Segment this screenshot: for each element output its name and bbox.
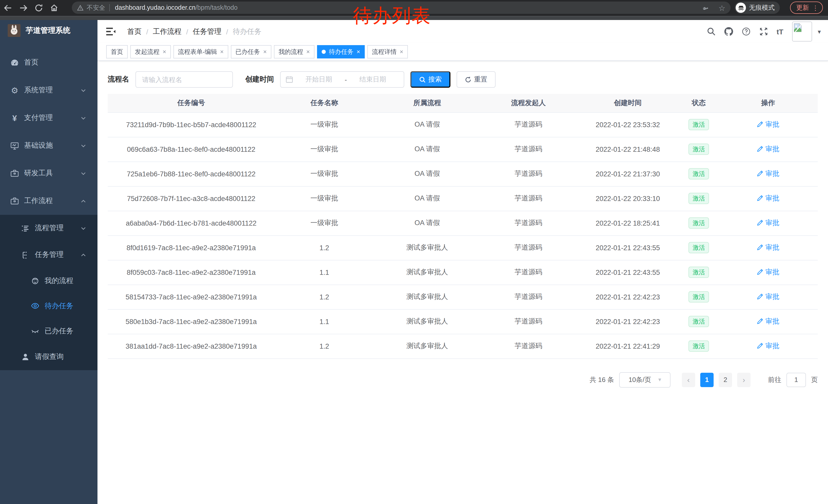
prev-page-button[interactable]: ‹ [682, 372, 695, 387]
breadcrumb-item[interactable]: 首页 [127, 27, 141, 36]
process-name-input[interactable] [135, 71, 233, 88]
close-icon[interactable]: × [263, 48, 267, 55]
created-time: 2022-01-22 23:53:32 [595, 121, 660, 129]
approve-link[interactable]: 审批 [757, 169, 779, 178]
sidebar-item-devtools[interactable]: 研发工具 [0, 159, 97, 187]
tab-done-task[interactable]: 已办任务× [231, 45, 272, 58]
key-icon[interactable] [702, 4, 709, 11]
approve-link[interactable]: 审批 [757, 292, 779, 302]
fullscreen-icon[interactable] [759, 27, 768, 36]
browser-menu-icon[interactable]: ⋮ [812, 4, 819, 11]
next-page-button[interactable]: › [737, 372, 750, 387]
tab-start-process[interactable]: 发起流程× [130, 45, 171, 58]
page-content: 流程名 创建时间 开始日期 - 结束日期 搜索 重 [97, 61, 828, 387]
sidebar-item-workflow[interactable]: 工作流程 [0, 187, 97, 215]
table-row[interactable]: 58154733-7ac8-11ec-a9e2-a2380e71991a 1.2… [108, 284, 818, 309]
search-button[interactable]: 搜索 [410, 71, 450, 88]
table-row[interactable]: 069c6a63-7b8a-11ec-8ef0-acde48001122 一级审… [108, 137, 818, 162]
edit-icon [757, 269, 763, 276]
approve-link[interactable]: 审批 [757, 268, 779, 277]
browser-back-button[interactable] [0, 1, 15, 15]
page-size-select[interactable]: 10条/页 ▾ [619, 372, 670, 387]
sidebar-item-system[interactable]: ⚙ 系统管理 [0, 77, 97, 104]
table-row[interactable]: 381aa1dd-7ac8-11ec-a9e2-a2380e71991a 1.2… [108, 334, 818, 358]
table-row[interactable]: 75d72608-7b7f-11ec-a3c8-acde48001122 一级审… [108, 186, 818, 211]
sidebar-item-my-process[interactable]: 我的流程 [0, 268, 97, 293]
start-date-placeholder: 开始日期 [293, 75, 345, 84]
tab-process-detail[interactable]: 流程详情× [367, 45, 408, 58]
approve-link[interactable]: 审批 [757, 341, 779, 351]
close-icon[interactable]: × [357, 48, 360, 55]
sidebar-item-done-task[interactable]: 已办任务 [0, 318, 97, 343]
approve-link[interactable]: 审批 [757, 145, 779, 154]
task-id: 580e1b3d-7ac8-11ec-a9e2-a2380e71991a [126, 318, 257, 325]
approve-link[interactable]: 审批 [757, 317, 779, 326]
edit-icon [757, 244, 763, 251]
table-row[interactable]: 73211d9d-7b9b-11ec-b5b7-acde48001122 一级审… [108, 112, 818, 137]
table-row[interactable]: 8f059c03-7ac8-11ec-a9e2-a2380e71991a 1.1… [108, 260, 818, 284]
font-size-icon[interactable]: tT [777, 28, 783, 36]
close-icon[interactable]: × [163, 48, 166, 55]
sidebar-item-payment[interactable]: ¥ 支付管理 [0, 104, 97, 132]
github-icon[interactable] [724, 27, 733, 36]
task-id: 73211d9d-7b9b-11ec-b5b7-acde48001122 [126, 121, 256, 129]
eye-icon [31, 302, 40, 310]
tree-icon [21, 250, 30, 259]
col-task-id: 任务编号 [108, 94, 275, 112]
sidebar-toggle-icon[interactable] [106, 27, 116, 36]
browser-reload-button[interactable] [31, 1, 46, 15]
process-name: 测试多审批人 [407, 342, 448, 350]
sidebar: 芋道管理系统 首页 ⚙ 系统管理 ¥ 支付管理 基础设施 [0, 20, 97, 504]
table-row[interactable]: a6aba0a4-7b6d-11ec-b781-acde48001122 一级审… [108, 211, 818, 235]
tab-todo-task[interactable]: 待办任务× [317, 45, 365, 58]
page-button-2[interactable]: 2 [719, 372, 732, 387]
avatar[interactable] [792, 21, 812, 42]
table-row[interactable]: 725a1eb6-7b88-11ec-8ef0-acde48001122 一级审… [108, 162, 818, 186]
table-row[interactable]: 8f0d1619-7ac8-11ec-a9e2-a2380e71991a 1.2… [108, 235, 818, 260]
sidebar-item-infra[interactable]: 基础设施 [0, 132, 97, 159]
edit-icon [757, 195, 763, 202]
admin-app: 芋道管理系统 首页 ⚙ 系统管理 ¥ 支付管理 基础设施 [0, 20, 828, 504]
sidebar-item-process-mgmt[interactable]: 流程管理 [0, 215, 97, 241]
reset-button[interactable]: 重置 [457, 71, 496, 88]
tab-home[interactable]: 首页 [106, 45, 128, 58]
page-button-1[interactable]: 1 [700, 372, 714, 387]
tags-view-bar: 首页 发起流程× 流程表单-编辑× 已办任务× 我的流程× 待办任务× 流程详情… [97, 43, 828, 61]
help-icon[interactable] [742, 27, 750, 36]
approve-link[interactable]: 审批 [757, 194, 779, 203]
sidebar-item-task-mgmt[interactable]: 任务管理 [0, 241, 97, 268]
breadcrumb-item[interactable]: 工作流程 [153, 27, 181, 36]
goto-page-input[interactable] [786, 372, 806, 387]
main-area: 首页 / 工作流程 / 任务管理 / 待办任务 tT [97, 20, 828, 504]
approve-link[interactable]: 审批 [757, 243, 779, 252]
browser-home-button[interactable] [46, 1, 61, 15]
approve-link[interactable]: 审批 [757, 120, 779, 129]
breadcrumb-item[interactable]: 任务管理 [193, 27, 222, 36]
sidebar-item-home[interactable]: 首页 [0, 49, 97, 77]
close-icon[interactable]: × [220, 48, 224, 55]
chevron-down-icon [81, 115, 86, 121]
sidebar-item-label: 待办任务 [45, 301, 73, 311]
sidebar-item-leave-query[interactable]: 请假查询 [0, 343, 97, 370]
approve-link[interactable]: 审批 [757, 218, 779, 228]
task-table-body: 73211d9d-7b9b-11ec-b5b7-acde48001122 一级审… [108, 112, 818, 358]
search-icon[interactable] [707, 27, 716, 36]
chevron-down-icon [81, 225, 86, 231]
table-row[interactable]: 580e1b3d-7ac8-11ec-a9e2-a2380e71991a 1.1… [108, 309, 818, 334]
logo-image [8, 24, 20, 37]
list-icon [21, 224, 30, 232]
caret-down-icon[interactable]: ▾ [818, 28, 821, 35]
bookmark-star-icon[interactable]: ☆ [718, 4, 726, 11]
edit-icon [757, 121, 763, 128]
date-range-picker[interactable]: 开始日期 - 结束日期 [280, 71, 404, 88]
browser-forward-button[interactable] [15, 1, 31, 15]
logo-row[interactable]: 芋道管理系统 [0, 20, 97, 41]
tab-my-process[interactable]: 我的流程× [274, 45, 315, 58]
tab-form-edit[interactable]: 流程表单-编辑× [173, 45, 228, 58]
sidebar-item-todo-task[interactable]: 待办任务 [0, 293, 97, 318]
header-actions: tT ▾ [707, 21, 821, 42]
close-icon[interactable]: × [400, 48, 403, 55]
edit-icon [757, 293, 763, 300]
browser-update-button[interactable]: 更新 ⋮ [790, 2, 823, 14]
close-icon[interactable]: × [306, 48, 310, 55]
